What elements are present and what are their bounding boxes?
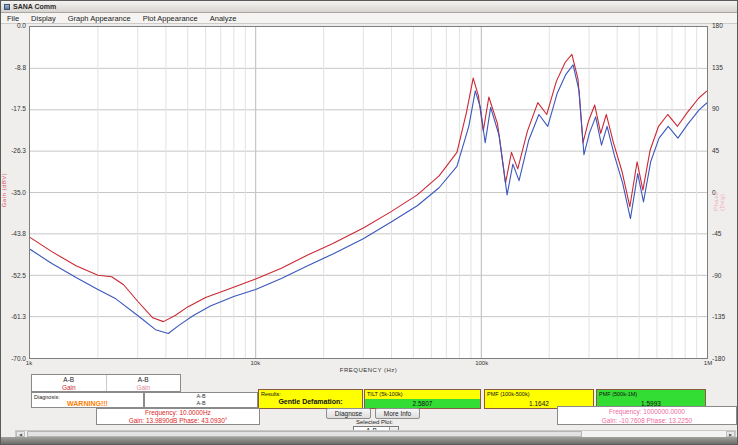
cursor-readout-right: Frequency: 1000000.0000 Gain: -10.7608 P… [557,406,737,425]
window-title: SANA Comm [13,3,56,10]
menu-item-graph-appearance[interactable]: Graph Appearance [62,13,137,24]
metric-value: 2.5807 [365,399,480,408]
diagnose-button[interactable]: Diagnose [326,408,371,419]
gain-tick-label: 0.0 [17,23,26,30]
more-info-button[interactable]: More Info [375,408,420,419]
plot-list-item: A-B [145,393,257,400]
frequency-tick-label: 100k [475,360,488,366]
menu-item-plot-appearance[interactable]: Plot Appearance [137,13,204,24]
legend-plot-name: A-B [32,376,106,384]
gain-tick-label: -43.8 [11,231,26,238]
menu-item-display[interactable]: Display [25,13,62,24]
menubar: FileDisplayGraph AppearancePlot Appearan… [1,13,737,24]
gain-tick-label: -61.3 [11,314,26,321]
plot-canvas [30,27,707,358]
plot-list-item: A-B [145,400,257,407]
readout-frequency: Frequency: 10.0000Hz [97,409,259,417]
legend-plot-name: A-B [107,376,181,384]
cursor-readout-left: Frequency: 10.0000Hz Gain: 13.9890dB Pha… [96,408,260,425]
gain-tick-label: -26.3 [11,148,26,155]
frequency-tick-label: 10k [250,360,260,366]
gain-tick-label: -8.8 [15,65,26,72]
legend-entry[interactable]: A-BGain [107,375,181,391]
plot-list-panel: A-B A-B [144,392,258,408]
phase-tick-label: -90 [712,273,721,280]
plot-legend: A-BGainA-BGain [31,374,181,392]
readout-gain-phase: Gain: -10.7608 Phase: 13.2250 [558,416,736,425]
legend-trace-type: Gain [107,384,181,391]
frequency-axis-ticks: 1k10k100k1M [1,360,738,367]
readout-frequency: Frequency: 1000000.0000 [558,407,736,416]
metric-panel-tilt-5k-100k-: TILT (5k-100k)2.5807 [364,389,481,409]
results-panel: Results: Gentle Defamation: [258,389,363,409]
gain-tick-label: -35.0 [11,190,26,197]
phase-tick-label: 180 [712,23,723,30]
left-axis-title: Gain (dBV) [1,173,7,208]
app-window: SANA Comm FileDisplayGraph AppearancePlo… [0,0,738,445]
legend-entry[interactable]: A-BGain [32,375,107,391]
metric-label: TILT (5k-100k) [365,390,480,399]
diagnosis-panel: Diagnosis: WARNING!!! [31,392,144,408]
titlebar[interactable]: SANA Comm [1,1,737,13]
phase-tick-label: -135 [712,314,725,321]
metric-label: PMF (100k-500k) [485,390,593,399]
phase-tick-label: 135 [712,65,723,72]
window-bottom-frame [1,437,737,444]
phase-tick-label: 90 [712,106,719,113]
curve-a-b-gain-blue- [30,65,707,334]
readout-gain-phase: Gain: 13.9890dB Phase: 43.0930° [97,417,259,425]
legend-trace-type: Gain [32,384,106,391]
phase-tick-label: -45 [712,231,721,238]
phase-tick-label: 45 [712,148,719,155]
selected-plot-label: Selected Plot: [331,419,393,426]
metric-label: PMF (500k-1M) [597,390,705,399]
curve-a-b-gain-red- [30,54,707,321]
gain-tick-label: -52.5 [11,273,26,280]
diagnosis-warning-text: WARNING!!! [34,400,141,408]
menu-item-analyze[interactable]: Analyze [204,13,243,24]
frequency-response-plot[interactable] [29,26,708,359]
results-value: Gentle Defamation: [261,397,360,406]
x-axis-title: FREQUENCY (Hz) [29,367,708,373]
frequency-tick-label: 1M [704,360,712,366]
app-icon [4,4,10,10]
right-axis-title: Phase (Deg) [713,175,725,211]
gain-tick-label: -17.5 [11,106,26,113]
frequency-tick-label: 1k [26,360,32,366]
